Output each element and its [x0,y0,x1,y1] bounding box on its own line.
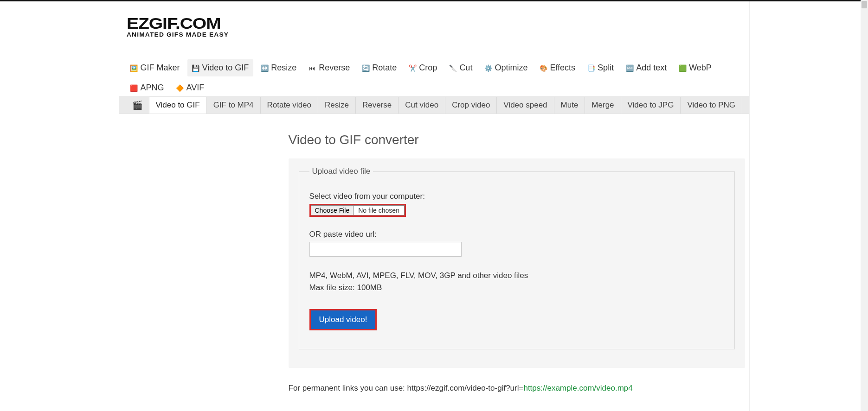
nav-primary-label: GIF Maker [141,63,180,73]
add-text-icon: 🔤 [626,64,633,72]
nav-secondary-reverse[interactable]: Reverse [356,97,399,114]
nav-primary-gif-maker[interactable]: 🖼️GIF Maker [126,59,185,76]
size-hint: Max file size: 100MB [309,282,724,294]
video-to-gif-icon: 💾 [192,64,199,72]
nav-secondary-resize[interactable]: Resize [318,97,356,114]
nav-primary-label: Crop [419,63,437,73]
nav-primary-video-to-gif[interactable]: 💾Video to GIF [187,59,254,76]
nav-primary-optimize[interactable]: ⚙️Optimize [480,59,532,76]
nav-secondary-video-to-png[interactable]: Video to PNG [681,97,742,114]
nav-primary-label: Reverse [319,63,350,73]
logo-main[interactable]: EZGIF.COM [127,14,834,32]
nav-secondary-mute[interactable]: Mute [554,97,585,114]
nav-secondary-video-speed[interactable]: Video speed [497,97,554,114]
nav-primary-rotate[interactable]: 🔄Rotate [357,59,401,76]
nav-primary-label: Rotate [372,63,397,73]
nav-primary-avif[interactable]: 🔶AVIF [172,79,209,96]
nav-secondary-crop-video[interactable]: Crop video [445,97,497,114]
nav-secondary-home[interactable]: 🎬 [126,97,149,113]
upload-button-highlight: Upload video! [309,309,377,330]
upload-panel: Upload video file Select video from your… [289,158,745,368]
video-url-input[interactable] [309,242,462,257]
nav-primary-label: Optimize [495,63,527,73]
site-header: EZGIF.COM ANIMATED GIFS MADE EASY [119,1,749,43]
cut-icon: 🔪 [449,64,457,72]
nav-primary-label: APNG [141,83,164,93]
file-input-highlight: Choose File No file chosen [309,204,406,217]
logo-tagline: ANIMATED GIFS MADE EASY [127,32,834,38]
upload-video-button[interactable]: Upload video! [311,310,376,329]
rotate-icon: 🔄 [362,64,369,72]
optimize-icon: ⚙️ [484,64,492,72]
file-status-text: No file chosen [354,205,405,215]
select-file-label: Select video from your computer: [309,192,724,201]
nav-primary-label: Effects [550,63,575,73]
primary-nav: 🖼️GIF Maker💾Video to GIF↔️Resize⏮Reverse… [119,59,749,97]
nav-primary-label: WebP [689,63,712,73]
nav-primary-split[interactable]: 📑Split [583,59,618,76]
page-title: Video to GIF converter [289,133,745,147]
choose-file-button[interactable]: Choose File [311,205,354,215]
crop-icon: ✂️ [409,64,416,72]
nav-primary-label: Split [598,63,614,73]
nav-primary-label: Resize [271,63,296,73]
formats-hint: MP4, WebM, AVI, MPEG, FLV, MOV, 3GP and … [309,270,724,282]
nav-primary-label: AVIF [186,83,205,93]
secondary-nav: 🎬Video to GIFGIF to MP4Rotate videoResiz… [119,97,749,114]
split-icon: 📑 [587,64,595,72]
nav-secondary-video-to-jpg[interactable]: Video to JPG [621,97,681,114]
scrollbar-thumb[interactable] [862,1,867,8]
nav-primary-crop[interactable]: ✂️Crop [404,59,442,76]
nav-primary-resize[interactable]: ↔️Resize [256,59,301,76]
upload-fieldset: Upload video file Select video from your… [299,167,735,349]
permalink-prefix: For permanent links you can use: https:/… [289,384,524,392]
permalink-hint: For permanent links you can use: https:/… [289,384,745,393]
nav-primary-cut[interactable]: 🔪Cut [444,59,477,76]
nav-primary-label: Cut [459,63,472,73]
nav-primary-add-text[interactable]: 🔤Add text [621,59,671,76]
effects-icon: 🎨 [540,64,547,72]
nav-secondary-merge[interactable]: Merge [585,97,621,114]
or-url-label: OR paste video url: [309,230,724,239]
nav-primary-webp[interactable]: 🟩WebP [674,59,716,76]
reverse-icon: ⏮ [309,64,316,72]
apng-icon: 🟥 [130,84,138,92]
gif-maker-icon: 🖼️ [130,64,138,72]
nav-secondary-rotate-video[interactable]: Rotate video [261,97,318,114]
nav-secondary-video-to-gif[interactable]: Video to GIF [149,97,207,114]
nav-primary-label: Add text [636,63,667,73]
nav-primary-apng[interactable]: 🟥APNG [126,79,169,96]
avif-icon: 🔶 [176,84,184,92]
nav-secondary-cut-video[interactable]: Cut video [399,97,445,114]
nav-primary-reverse[interactable]: ⏮Reverse [304,59,354,76]
nav-secondary-gif-to-mp4[interactable]: GIF to MP4 [207,97,261,114]
vertical-scrollbar[interactable] [861,0,868,411]
resize-icon: ↔️ [261,64,268,72]
nav-primary-label: Video to GIF [202,63,249,73]
webp-icon: 🟩 [679,64,686,72]
permalink-example-link[interactable]: https://example.com/video.mp4 [523,384,632,392]
nav-primary-effects[interactable]: 🎨Effects [535,59,580,76]
upload-legend: Upload video file [309,167,373,176]
